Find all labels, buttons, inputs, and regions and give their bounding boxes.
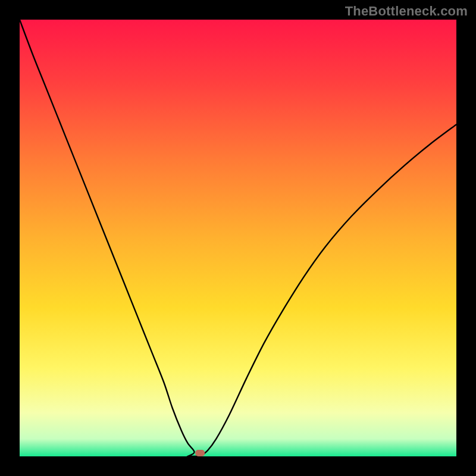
bottleneck-chart	[20, 20, 456, 456]
minimum-marker	[195, 450, 205, 456]
chart-container: TheBottleneck.com	[0, 0, 476, 476]
gradient-background	[20, 20, 456, 456]
watermark-text: TheBottleneck.com	[345, 4, 468, 19]
